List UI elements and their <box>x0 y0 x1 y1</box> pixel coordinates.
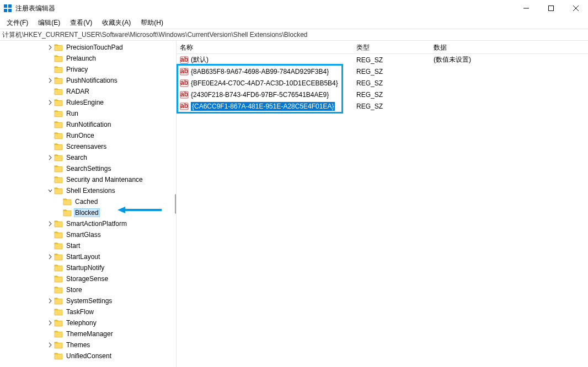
expander-empty <box>46 143 54 150</box>
tree-item[interactable]: Telephony <box>0 317 176 328</box>
expander-empty <box>46 264 54 272</box>
list-row[interactable]: ab{2430F218-B743-4FD6-97BF-5C76541B4AE9}… <box>177 89 588 100</box>
tree-item[interactable]: PrecisionTouchPad <box>0 42 176 53</box>
expander-empty <box>46 231 54 239</box>
list-row[interactable]: ab(默认)REG_SZ(数值未设置) <box>177 54 588 66</box>
svg-rect-0 <box>4 4 7 8</box>
chevron-right-icon[interactable] <box>46 319 54 327</box>
list-row[interactable]: ab{BFE0E2A4-C70C-4AD7-AC3D-10D1ECEBB5B4}… <box>177 77 588 89</box>
tree-item[interactable]: Security and Maintenance <box>0 174 176 185</box>
menu-favorites[interactable]: 收藏夹(A) <box>98 17 135 29</box>
folder-icon <box>54 165 63 172</box>
chevron-right-icon[interactable] <box>46 220 54 228</box>
tree-item-label: StartLayout <box>65 252 101 261</box>
tree-item[interactable]: Cached <box>0 196 176 207</box>
tree-item-label: Run <box>65 109 79 118</box>
cell-type: REG_SZ <box>353 89 430 100</box>
tree-item-label: SmartGlass <box>65 230 102 239</box>
tree-panel[interactable]: PrecisionTouchPadPrelaunchPrivacyPushNot… <box>0 41 177 367</box>
tree-item-label: RADAR <box>65 87 90 96</box>
expander-empty <box>46 55 54 62</box>
chevron-right-icon[interactable] <box>46 99 54 106</box>
expander-empty <box>46 121 54 128</box>
folder-icon <box>54 132 63 139</box>
chevron-right-icon[interactable] <box>46 77 54 84</box>
tree-item[interactable]: SmartGlass <box>0 229 176 240</box>
menu-view[interactable]: 查看(V) <box>66 17 97 29</box>
tree-item[interactable]: RunNotification <box>0 119 176 130</box>
folder-icon <box>54 319 63 327</box>
tree-item[interactable]: Prelaunch <box>0 53 176 64</box>
tree-item-label: Themes <box>65 341 91 349</box>
chevron-right-icon[interactable] <box>46 154 54 161</box>
chevron-right-icon[interactable] <box>46 44 54 51</box>
folder-icon <box>54 297 63 305</box>
tree-item[interactable]: SearchSettings <box>0 163 176 174</box>
folder-icon <box>54 330 63 338</box>
tree-item[interactable]: RADAR <box>0 86 176 97</box>
folder-icon <box>54 220 63 228</box>
tree-item-label: Prelaunch <box>65 54 97 63</box>
svg-text:ab: ab <box>180 67 188 75</box>
folder-icon <box>54 110 63 117</box>
tree-item[interactable]: Themes <box>0 339 176 350</box>
tree-item[interactable]: Search <box>0 152 176 163</box>
tree-item[interactable]: StartupNotify <box>0 262 176 273</box>
tree-item[interactable]: Store <box>0 284 176 295</box>
chevron-down-icon[interactable] <box>46 187 54 195</box>
tree-item[interactable]: UnifiedConsent <box>0 350 176 361</box>
tree-item[interactable]: Start <box>0 240 176 251</box>
tree-item-label: Search <box>65 153 88 162</box>
tree-item[interactable]: Screensavers <box>0 141 176 152</box>
tree-item[interactable]: PushNotifications <box>0 75 176 86</box>
menu-help[interactable]: 帮助(H) <box>136 17 168 29</box>
chevron-right-icon[interactable] <box>46 341 54 349</box>
title-bar: 注册表编辑器 <box>0 0 588 17</box>
folder-icon <box>54 99 63 106</box>
folder-icon <box>54 77 63 84</box>
tree-item[interactable]: ThemeManager <box>0 328 176 339</box>
address-bar[interactable]: 计算机\HKEY_CURRENT_USER\Software\Microsoft… <box>0 29 588 41</box>
chevron-right-icon[interactable] <box>46 253 54 261</box>
tree-item-label: Store <box>65 285 83 294</box>
tree-item[interactable]: SystemSettings <box>0 295 176 306</box>
list-row[interactable]: ab{CA6CC9F1-867A-481E-951E-A28C5E4F01EA}… <box>177 100 588 112</box>
list-body[interactable]: ab(默认)REG_SZ(数值未设置)ab{8AB635F8-9A67-4698… <box>177 54 588 367</box>
tree-item[interactable]: Privacy <box>0 64 176 75</box>
string-value-icon: ab <box>180 102 189 111</box>
string-value-icon: ab <box>180 90 189 99</box>
tree-item-label: StartupNotify <box>65 263 105 272</box>
folder-icon <box>54 88 63 95</box>
maximize-button[interactable] <box>538 0 563 17</box>
cell-name: ab{2430F218-B743-4FD6-97BF-5C76541B4AE9} <box>177 89 353 100</box>
tree-item-label: ThemeManager <box>65 330 114 338</box>
tree-item[interactable]: TaskFlow <box>0 306 176 317</box>
close-button[interactable] <box>563 0 588 17</box>
tree-item[interactable]: Run <box>0 108 176 119</box>
list-row[interactable]: ab{8AB635F8-9A67-4698-AB99-784AD929F3B4}… <box>177 66 588 77</box>
minimize-button[interactable] <box>514 0 538 17</box>
menu-edit[interactable]: 编辑(E) <box>34 17 65 29</box>
tree-item[interactable]: RulesEngine <box>0 97 176 108</box>
tree-item[interactable]: RunOnce <box>0 130 176 141</box>
column-header-name[interactable]: 名称 <box>177 41 353 53</box>
expander-empty <box>46 352 54 360</box>
column-header-type[interactable]: 类型 <box>353 41 430 53</box>
expander-empty <box>46 176 54 184</box>
tree-item[interactable]: Shell Extensions <box>0 185 176 196</box>
tree-item[interactable]: SmartActionPlatform <box>0 218 176 229</box>
app-icon <box>3 4 12 13</box>
expander-empty <box>46 308 54 316</box>
string-value-icon: ab <box>180 79 189 88</box>
menu-file[interactable]: 文件(F) <box>2 17 33 29</box>
tree-item[interactable]: Blocked <box>0 207 176 218</box>
tree-item-label: UnifiedConsent <box>65 352 113 360</box>
svg-rect-5 <box>548 6 553 11</box>
cell-data <box>430 66 588 77</box>
cell-type: REG_SZ <box>353 100 430 112</box>
column-header-data[interactable]: 数据 <box>430 41 588 53</box>
svg-text:ab: ab <box>180 56 188 63</box>
chevron-right-icon[interactable] <box>46 297 54 305</box>
tree-item[interactable]: StorageSense <box>0 273 176 284</box>
tree-item[interactable]: StartLayout <box>0 251 176 262</box>
